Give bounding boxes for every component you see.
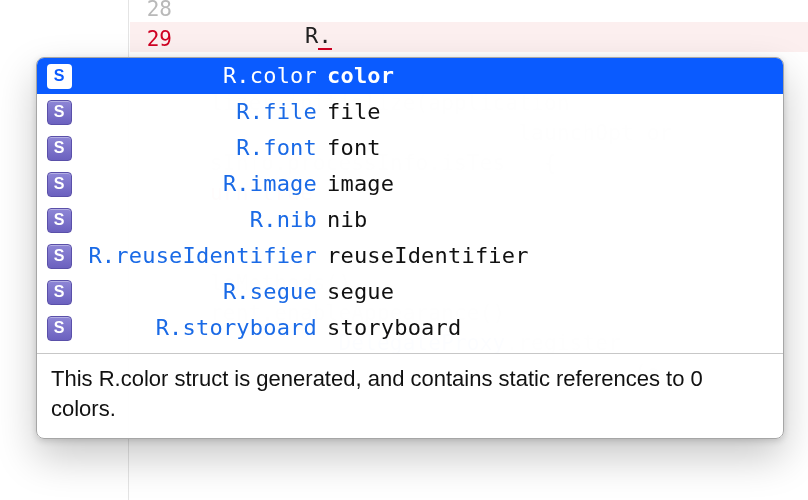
autocomplete-name: color: [327, 58, 783, 94]
autocomplete-name: storyboard: [327, 310, 783, 346]
autocomplete-qualified-name: R.font: [81, 130, 327, 166]
autocomplete-doc: This R.color struct is generated, and co…: [37, 354, 783, 438]
autocomplete-qualified-name: R.color: [81, 58, 327, 94]
autocomplete-name: nib: [327, 202, 783, 238]
struct-icon: S: [37, 100, 81, 125]
struct-icon: S: [37, 316, 81, 341]
autocomplete-name: reuseIdentifier: [327, 238, 783, 274]
xcode-editor-root: 28 29 R. debug( application launching li…: [0, 0, 808, 500]
autocomplete-name: segue: [327, 274, 783, 310]
struct-icon: S: [37, 172, 81, 197]
code-fragment: R: [305, 23, 318, 48]
autocomplete-item[interactable]: S R.storyboard storyboard: [37, 310, 783, 346]
autocomplete-name: font: [327, 130, 783, 166]
struct-icon: S: [37, 208, 81, 233]
autocomplete-qualified-name: R.segue: [81, 274, 327, 310]
line-number: 28: [0, 0, 172, 24]
code-line[interactable]: R.: [305, 23, 332, 48]
line-number-column: 28 29: [0, 0, 180, 54]
autocomplete-qualified-name: R.nib: [81, 202, 327, 238]
autocomplete-qualified-name: R.storyboard: [81, 310, 327, 346]
struct-icon: S: [37, 244, 81, 269]
line-number: 29: [0, 24, 172, 54]
autocomplete-qualified-name: R.file: [81, 94, 327, 130]
syntax-error-underline: .: [318, 23, 331, 50]
autocomplete-item[interactable]: S R.reuseIdentifier reuseIdentifier: [37, 238, 783, 274]
struct-icon: S: [37, 280, 81, 305]
autocomplete-item[interactable]: S R.color color: [37, 58, 783, 94]
autocomplete-item[interactable]: S R.font font: [37, 130, 783, 166]
autocomplete-name: image: [327, 166, 783, 202]
autocomplete-qualified-name: R.image: [81, 166, 327, 202]
autocomplete-item[interactable]: S R.segue segue: [37, 274, 783, 310]
struct-icon: S: [37, 136, 81, 161]
autocomplete-list[interactable]: S R.color color S R.file file S R.font f…: [37, 58, 783, 353]
autocomplete-item[interactable]: S R.file file: [37, 94, 783, 130]
autocomplete-item[interactable]: S R.image image: [37, 166, 783, 202]
struct-icon: S: [37, 64, 81, 89]
error-line-highlight: [130, 22, 808, 52]
autocomplete-name: file: [327, 94, 783, 130]
autocomplete-popup: S R.color color S R.file file S R.font f…: [36, 57, 784, 439]
autocomplete-item[interactable]: S R.nib nib: [37, 202, 783, 238]
autocomplete-qualified-name: R.reuseIdentifier: [81, 238, 327, 274]
